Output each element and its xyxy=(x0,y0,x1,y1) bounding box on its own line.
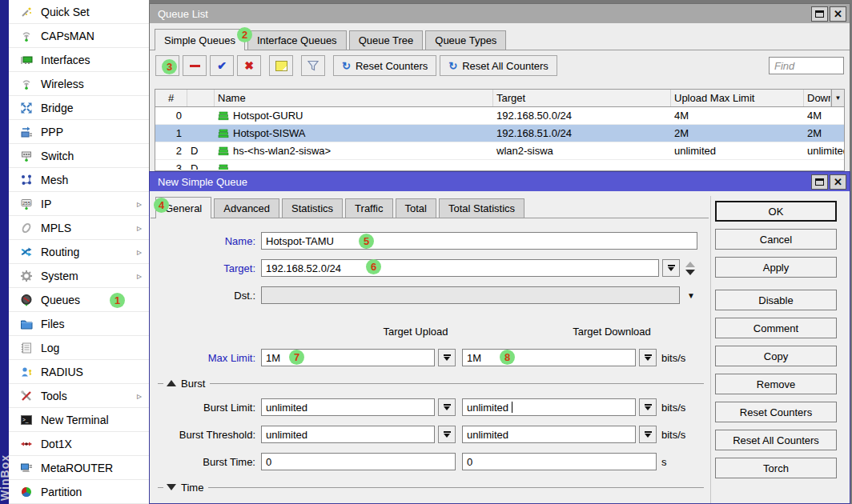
maximize-button[interactable] xyxy=(811,6,828,22)
table-row[interactable]: 2 D hs-<hs-wlan2-siswa> wlan2-siswa unli… xyxy=(155,142,844,160)
remove-button[interactable]: Remove xyxy=(715,374,837,394)
comment-button[interactable] xyxy=(269,55,293,76)
sidebar-item-new-terminal[interactable]: >_ New Terminal xyxy=(9,408,149,432)
sidebar-item-metarouter[interactable]: MetaROUTER xyxy=(9,456,149,480)
burst-threshold-download-dropdown[interactable] xyxy=(639,426,657,443)
burst-limit-download-field[interactable] xyxy=(462,398,636,416)
tools-icon xyxy=(19,390,34,402)
tab-total-statistics[interactable]: Total Statistics xyxy=(439,198,524,218)
sidebar-item-system[interactable]: System ▹ xyxy=(9,264,149,288)
sidebar-item-queues[interactable]: Queues xyxy=(9,288,149,312)
filter-button[interactable] xyxy=(301,55,325,76)
burst-limit-upload-dropdown[interactable] xyxy=(438,398,456,416)
comment-button[interactable]: Comment xyxy=(715,318,837,338)
annotation-badge-6: 6 xyxy=(366,259,381,274)
burst-threshold-download-field[interactable] xyxy=(462,426,636,443)
ok-button[interactable]: OK xyxy=(715,201,837,222)
tab-statistics[interactable]: Statistics xyxy=(282,198,343,218)
close-button[interactable]: ✕ xyxy=(830,174,846,190)
dst-dropdown-icon[interactable]: ▼ xyxy=(687,291,695,300)
tab-queue-tree[interactable]: Queue Tree xyxy=(349,30,424,50)
table-row-selected[interactable]: 1 Hotspot-SISWA 192.168.51.0/24 2M 2M xyxy=(155,125,844,142)
name-field[interactable] xyxy=(261,232,697,250)
column-header-name[interactable]: Name xyxy=(215,90,493,106)
maximize-button[interactable] xyxy=(811,174,828,190)
tab-interface-queues[interactable]: Interface Queues xyxy=(247,30,347,50)
enable-button[interactable]: ✔ xyxy=(210,55,234,76)
time-section-toggle[interactable]: Time xyxy=(158,481,704,494)
new-simple-queue-titlebar[interactable]: New Simple Queue ✕ xyxy=(150,172,850,191)
down-arrow-icon xyxy=(685,270,695,275)
ip-icon: 255 xyxy=(19,198,34,210)
find-input[interactable] xyxy=(769,57,844,74)
tab-simple-queues[interactable]: Simple Queues xyxy=(155,29,245,50)
column-header-number[interactable]: # xyxy=(155,90,187,106)
reset-counters-button[interactable]: ↻ Reset Counters xyxy=(333,55,436,76)
target-field[interactable] xyxy=(261,259,659,277)
queue-list-title: Queue List xyxy=(158,8,810,20)
submenu-arrow-icon: ▹ xyxy=(137,270,142,282)
sidebar-item-tools[interactable]: Tools ▹ xyxy=(9,384,149,408)
max-limit-upload-field[interactable] xyxy=(261,349,435,366)
reset-counters-button[interactable]: Reset Counters xyxy=(715,402,837,422)
burst-limit-download-dropdown[interactable] xyxy=(639,398,657,416)
sidebar-item-switch[interactable]: Switch xyxy=(9,144,149,168)
burst-limit-upload-field[interactable] xyxy=(261,398,435,416)
table-row-partial[interactable]: 3 D xyxy=(155,160,844,170)
row-upload-max-limit: 2M xyxy=(671,125,804,142)
tab-advanced[interactable]: Advanced xyxy=(214,198,279,218)
remove-button[interactable] xyxy=(183,55,207,76)
max-limit-download-dropdown[interactable] xyxy=(639,349,657,366)
tab-traffic[interactable]: Traffic xyxy=(345,198,392,218)
sidebar-item-ip[interactable]: 255 IP ▹ xyxy=(9,192,149,216)
disable-button[interactable]: ✖ xyxy=(237,55,261,76)
sidebar: Quick Set CAPsMAN Interfaces Wireless Br… xyxy=(9,0,149,504)
column-header-download-max-limit[interactable]: Down xyxy=(804,90,831,106)
queue-list-titlebar[interactable]: Queue List ✕ xyxy=(150,4,850,23)
column-header-target[interactable]: Target xyxy=(493,90,671,106)
sidebar-item-mpls[interactable]: MPLS ▹ xyxy=(9,216,149,240)
disable-button[interactable]: Disable xyxy=(715,290,837,310)
max-limit-upload-dropdown[interactable] xyxy=(438,349,456,366)
burst-time-upload-field[interactable] xyxy=(261,453,456,470)
column-header-upload-max-limit[interactable]: Upload Max Limit xyxy=(671,90,804,106)
sidebar-item-log[interactable]: Log xyxy=(9,336,149,360)
svg-text:>_: >_ xyxy=(22,416,29,422)
target-dropdown-button[interactable] xyxy=(662,259,680,277)
column-header-flags[interactable] xyxy=(187,90,215,106)
sidebar-item-dot1x[interactable]: Dot1X xyxy=(9,432,149,456)
apply-button[interactable]: Apply xyxy=(715,257,837,278)
sidebar-item-capsman[interactable]: CAPsMAN xyxy=(9,24,149,48)
reset-all-counters-button[interactable]: ↻ Reset All Counters xyxy=(440,55,557,76)
close-button[interactable]: ✕ xyxy=(830,6,846,22)
reset-arrows-icon: ↻ xyxy=(448,61,457,71)
target-add-remove-spinner[interactable] xyxy=(685,262,695,275)
dst-field[interactable] xyxy=(261,286,680,304)
reset-all-counters-button[interactable]: Reset All Counters xyxy=(715,430,837,450)
sidebar-item-interfaces[interactable]: Interfaces xyxy=(9,48,149,72)
tab-total[interactable]: Total xyxy=(396,198,436,218)
column-select-button[interactable]: ▼ xyxy=(831,90,844,106)
sidebar-item-radius[interactable]: RADIUS xyxy=(9,360,149,384)
table-row[interactable]: 0 Hotspot-GURU 192.168.50.0/24 4M 4M xyxy=(155,107,844,125)
sidebar-item-files[interactable]: Files xyxy=(9,312,149,336)
sidebar-item-mesh[interactable]: Mesh xyxy=(9,168,149,192)
burst-time-download-field[interactable] xyxy=(462,453,657,470)
sidebar-item-quick-set[interactable]: Quick Set xyxy=(9,0,149,24)
sidebar-item-routing[interactable]: Routing ▹ xyxy=(9,240,149,264)
sidebar-item-wireless[interactable]: Wireless xyxy=(9,72,149,96)
burst-threshold-upload-dropdown[interactable] xyxy=(438,426,456,443)
queue-list-toolbar: ✔ ✖ ↻ Reset Counters ↻ Reset All Counter… xyxy=(150,50,850,81)
copy-button[interactable]: Copy xyxy=(715,346,837,366)
torch-button[interactable]: Torch xyxy=(715,458,837,478)
max-limit-download-field[interactable] xyxy=(462,349,636,366)
queue-list-tabbar: Simple Queues Interface Queues Queue Tre… xyxy=(150,28,850,50)
burst-threshold-upload-field[interactable] xyxy=(261,426,435,443)
sidebar-item-ppp[interactable]: PPP xyxy=(9,120,149,144)
sidebar-item-partition[interactable]: Partition xyxy=(9,480,149,504)
funnel-icon xyxy=(307,60,320,71)
burst-section-toggle[interactable]: Burst xyxy=(158,377,704,390)
tab-queue-types[interactable]: Queue Types xyxy=(425,30,506,50)
sidebar-item-bridge[interactable]: Bridge xyxy=(9,96,149,120)
cancel-button[interactable]: Cancel xyxy=(715,229,837,250)
